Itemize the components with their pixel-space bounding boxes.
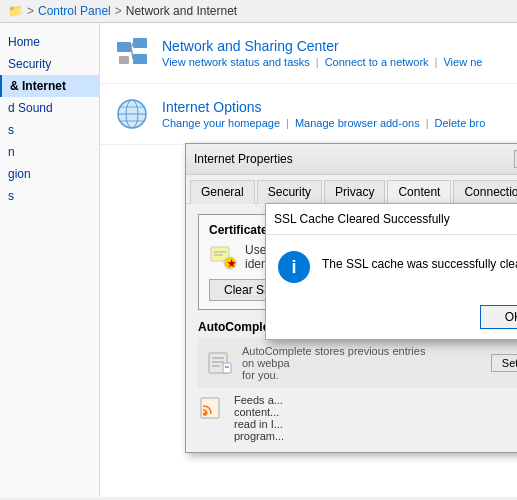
tab-general[interactable]: General [190,180,255,204]
tab-content[interactable]: Content [387,180,451,204]
internet-info: Internet Options Change your homepage | … [162,99,485,129]
autocomplete-settings-button[interactable]: Setti... [491,354,517,372]
network-info: Network and Sharing Center View network … [162,38,482,68]
svg-line-4 [131,47,133,59]
info-icon: i [278,251,310,283]
tab-security[interactable]: Security [257,180,322,204]
feeds-section: Feeds a... content... read in I... progr… [198,394,517,442]
ssl-title-bar: SSL Cache Cleared Successfully ✕ [266,204,517,235]
main-layout: Home Security & Internet d Sound s n gio… [0,23,517,497]
folder-icon: 📁 [8,4,23,18]
svg-text:★: ★ [227,258,237,269]
network-links: View network status and tasks | Connect … [162,56,482,68]
feeds-icon [198,394,226,422]
internet-options-row: Internet Options Change your homepage | … [100,84,517,145]
network-link1[interactable]: View network status and tasks [162,56,310,68]
ssl-message: The SSL cache was successfully cleared. [322,251,517,271]
breadcrumb-sep1: > [27,4,34,18]
network-icon [112,33,152,73]
network-link3[interactable]: View ne [443,56,482,68]
ssl-ok-button[interactable]: OK [480,305,517,329]
tab-privacy[interactable]: Privacy [324,180,385,204]
svg-rect-0 [117,42,131,52]
network-link2[interactable]: Connect to a network [325,56,429,68]
ssl-footer: OK [266,299,517,339]
ssl-cleared-dialog: SSL Cache Cleared Successfully ✕ i The S… [265,203,517,340]
internet-icon [112,94,152,134]
sidebar-item-home[interactable]: Home [0,31,99,53]
feeds-text: Feeds a... content... read in I... progr… [234,394,517,442]
sidebar-item-s1[interactable]: s [0,119,99,141]
sidebar-item-security[interactable]: Security [0,53,99,75]
tab-connections[interactable]: Connections [453,180,517,204]
autocomplete-text: AutoComplete stores previous entries on … [242,345,483,381]
internet-link3[interactable]: Delete bro [435,117,486,129]
ssl-body: i The SSL cache was successfully cleared… [266,235,517,299]
certificate-icon: ★ [209,243,237,271]
sidebar-item-n[interactable]: n [0,141,99,163]
sidebar: Home Security & Internet d Sound s n gio… [0,23,100,497]
autocomplete-icon [206,349,234,377]
breadcrumb: 📁 > Control Panel > Network and Internet [0,0,517,23]
dialog-tabs: General Security Privacy Content Connect… [186,175,517,204]
sidebar-item-internet[interactable]: & Internet [0,75,99,97]
network-sharing-row: Network and Sharing Center View network … [100,23,517,84]
internet-title[interactable]: Internet Options [162,99,485,115]
internet-link1[interactable]: Change your homepage [162,117,280,129]
content-area: Network and Sharing Center View network … [100,23,517,497]
network-title[interactable]: Network and Sharing Center [162,38,482,54]
ssl-title: SSL Cache Cleared Successfully [274,212,450,226]
svg-rect-2 [133,54,147,64]
breadcrumb-network-internet: Network and Internet [126,4,237,18]
svg-rect-20 [223,363,231,373]
dialog-title: Internet Properties [194,152,293,166]
svg-line-3 [131,43,133,47]
sidebar-item-sound[interactable]: d Sound [0,97,99,119]
breadcrumb-sep2: > [115,4,122,18]
sidebar-item-s2[interactable]: s [0,185,99,207]
internet-link2[interactable]: Manage browser add-ons [295,117,420,129]
breadcrumb-control-panel[interactable]: Control Panel [38,4,111,18]
dialog-title-bar: Internet Properties ? ✕ [186,144,517,175]
internet-links: Change your homepage | Manage browser ad… [162,117,485,129]
autocomplete-grayed-area: AutoComplete stores previous entries on … [198,338,517,388]
svg-rect-1 [133,38,147,48]
sidebar-item-region[interactable]: gion [0,163,99,185]
svg-rect-5 [119,56,129,64]
